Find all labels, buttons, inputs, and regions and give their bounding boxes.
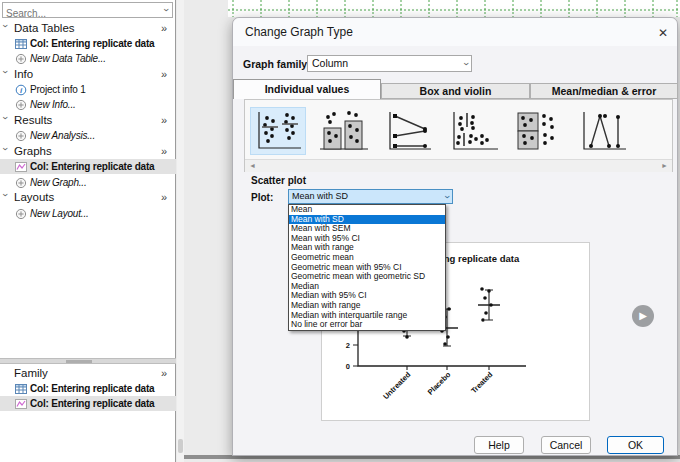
table-icon	[15, 38, 27, 50]
plot-option-selected[interactable]: Mean with SD	[289, 215, 445, 225]
sidebar-section-info[interactable]: › Info »	[0, 67, 176, 82]
gallery-scrollbar[interactable]: ◄ ►	[245, 159, 672, 172]
ok-button[interactable]: OK	[607, 436, 664, 454]
plot-option[interactable]: Geometric mean	[289, 253, 445, 263]
family-item-data-table[interactable]: Col: Entering replicate data	[0, 381, 176, 396]
sidebar-splitter[interactable]	[0, 358, 176, 364]
thumb-scatter-on-bar[interactable]	[316, 108, 370, 154]
graph-page-grid	[228, 0, 680, 17]
sidebar-item-new-analysis[interactable]: New Analysis...	[0, 128, 176, 143]
dialog-title: Change Graph Type	[245, 25, 353, 39]
plot-option[interactable]: Mean	[289, 205, 445, 215]
plot-option[interactable]: Median	[289, 282, 445, 292]
plot-option[interactable]: No line or error bar	[289, 320, 445, 330]
info-icon: i	[15, 84, 27, 96]
chevron-down-icon: ›	[0, 70, 10, 73]
thumb-scatter-with-vertical-line[interactable]	[446, 108, 500, 154]
double-chevron-icon: »	[161, 190, 167, 205]
change-graph-type-dialog: Change Graph Type ✕ Graph family: Column…	[232, 17, 678, 456]
thumb-box-with-scatter[interactable]	[511, 108, 565, 154]
x-label-treated: Treated	[469, 370, 495, 396]
splitter-grip	[66, 360, 92, 363]
plot-option[interactable]: Mean with 95% CI	[289, 234, 445, 244]
sidebar-item-new-layout[interactable]: New Layout...	[0, 206, 176, 221]
cancel-button[interactable]: Cancel	[541, 436, 591, 454]
sidebar-item-project-info[interactable]: i Project info 1	[0, 82, 176, 97]
plus-icon	[15, 130, 27, 142]
plot-option[interactable]: Mean with range	[289, 243, 445, 253]
sidebar-section-graphs[interactable]: › Graphs »	[0, 144, 176, 159]
sidebar-scrollbar[interactable]	[177, 0, 184, 462]
y-tick-0: 0	[346, 362, 350, 371]
close-icon[interactable]: ✕	[654, 24, 672, 42]
thumb-before-after-lines[interactable]	[381, 108, 435, 154]
search-box[interactable]: ›	[2, 2, 173, 18]
scroll-right-icon[interactable]: ►	[661, 162, 668, 169]
chevron-down-icon: ›	[0, 116, 10, 119]
tab-individual-values[interactable]: Individual values	[233, 79, 381, 99]
plot-dropdown-list: Mean Mean with SD Mean with SEM Mean wit…	[288, 204, 446, 331]
graph-family-label: Graph family:	[243, 58, 311, 70]
plot-option[interactable]: Geometric mean with geometric SD	[289, 272, 445, 282]
double-chevron-icon: »	[161, 113, 167, 128]
chevron-down-icon: ›	[0, 147, 10, 150]
sidebar-section-layouts[interactable]: › Layouts »	[0, 190, 176, 205]
chevron-down-icon: ›	[160, 8, 170, 11]
search-input[interactable]	[3, 6, 156, 20]
sidebar-item-data-table[interactable]: Col: Entering replicate data	[0, 36, 176, 51]
sidebar-section-data-tables[interactable]: › Data Tables »	[0, 21, 176, 36]
chevron-down-icon: ›	[0, 24, 10, 27]
y-tick-2: 2	[346, 341, 350, 350]
x-label-untreated: Untreated	[381, 370, 412, 401]
help-button[interactable]: Help	[474, 436, 524, 454]
double-chevron-icon: »	[161, 144, 167, 159]
plus-icon	[15, 208, 27, 220]
family-panel-header[interactable]: Family »	[0, 366, 176, 381]
sidebar-item-graph-selected[interactable]: Col: Entering replicate data	[0, 159, 176, 174]
graph-icon	[15, 398, 27, 410]
plot-option[interactable]: Geometric mean with 95% CI	[289, 263, 445, 273]
plot-option[interactable]: Median with range	[289, 301, 445, 311]
app-window: › › Data Tables » Col: Entering replicat…	[0, 0, 680, 462]
thumb-connected-lines[interactable]	[576, 108, 630, 154]
tab-box-and-violin[interactable]: Box and violin	[381, 83, 530, 99]
plus-icon	[15, 99, 27, 111]
play-icon: ▶	[639, 310, 647, 321]
sidebar-item-new-data-table[interactable]: New Data Table...	[0, 51, 176, 66]
double-chevron-icon: »	[161, 67, 167, 82]
chevron-down-icon: ›	[441, 195, 451, 198]
plus-icon	[15, 177, 27, 189]
sidebar-item-new-info[interactable]: New Info...	[0, 97, 176, 112]
graph-icon	[15, 161, 27, 173]
scatter-plot-label: Scatter plot	[251, 175, 306, 186]
sidebar-item-new-graph[interactable]: New Graph...	[0, 175, 176, 190]
double-chevron-icon: »	[161, 366, 167, 381]
scroll-left-icon[interactable]: ◄	[249, 162, 256, 169]
tab-mean-median-error[interactable]: Mean/median & error	[530, 83, 678, 99]
navigator-sidebar: › › Data Tables » Col: Entering replicat…	[0, 0, 176, 462]
plot-option[interactable]: Median with interquartile range	[289, 311, 445, 321]
family-item-graph[interactable]: Col: Entering replicate data	[0, 396, 176, 411]
chevron-down-icon: ›	[0, 193, 10, 196]
scrollbar-thumb[interactable]	[178, 439, 183, 453]
play-video-button[interactable]: ▶	[632, 305, 654, 327]
sidebar-section-results[interactable]: › Results »	[0, 113, 176, 128]
table-icon	[15, 383, 27, 395]
double-chevron-icon: »	[161, 21, 167, 36]
plot-option[interactable]: Median with 95% CI	[289, 291, 445, 301]
chevron-down-icon: ›	[460, 62, 470, 65]
graph-type-gallery: ◄ ►	[244, 99, 673, 172]
x-label-placebo: Placebo	[426, 370, 453, 397]
plot-dropdown[interactable]: Mean with SD ›	[288, 189, 453, 204]
thumb-scatter-with-mean[interactable]	[251, 108, 305, 154]
graph-family-dropdown[interactable]: Column ›	[307, 55, 472, 72]
plot-option[interactable]: Mean with SEM	[289, 224, 445, 234]
plus-icon	[15, 53, 27, 65]
plot-label: Plot:	[251, 192, 273, 203]
